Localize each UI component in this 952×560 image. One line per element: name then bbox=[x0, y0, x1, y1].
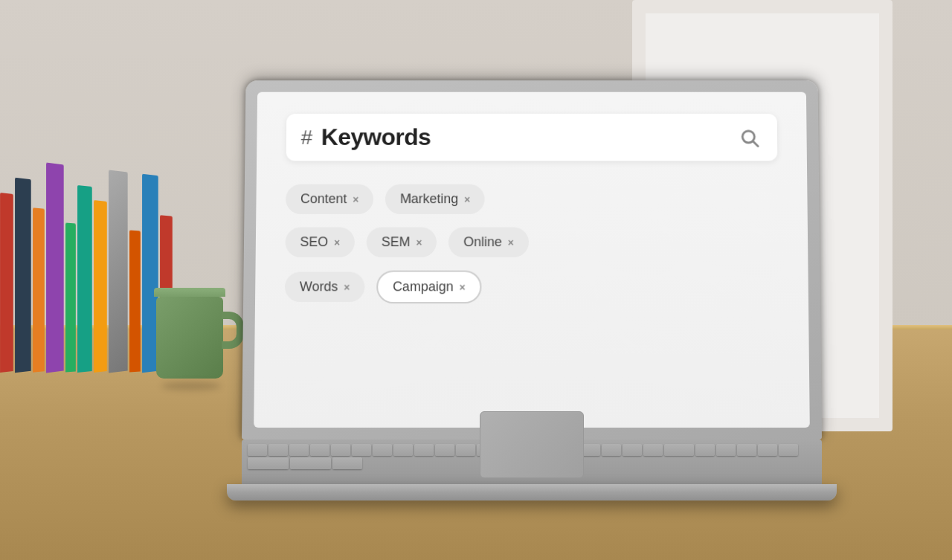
laptop-lid: # Keywords bbox=[242, 80, 822, 440]
search-bar[interactable]: # Keywords bbox=[286, 114, 778, 161]
book bbox=[15, 178, 31, 373]
key bbox=[758, 444, 777, 456]
tag-seo-label: SEO bbox=[300, 234, 328, 250]
tag-campaign[interactable]: Campaign × bbox=[376, 271, 482, 303]
tag-content[interactable]: Content × bbox=[286, 184, 373, 214]
tag-seo-close[interactable]: × bbox=[334, 236, 340, 248]
key-spacebar bbox=[248, 457, 289, 469]
tag-words[interactable]: Words × bbox=[285, 272, 365, 302]
hash-symbol: # bbox=[301, 127, 313, 147]
key bbox=[352, 444, 371, 456]
scene-background: # Keywords bbox=[0, 0, 952, 560]
key bbox=[456, 444, 475, 456]
key bbox=[310, 444, 329, 456]
laptop-base bbox=[227, 484, 837, 501]
book bbox=[129, 230, 141, 372]
key bbox=[737, 444, 756, 456]
tag-sem-close[interactable]: × bbox=[416, 236, 422, 248]
book bbox=[0, 193, 13, 373]
key bbox=[393, 444, 413, 456]
key bbox=[716, 444, 736, 456]
key bbox=[779, 444, 798, 456]
book bbox=[94, 200, 107, 373]
tags-area: Content × Marketing × SEO bbox=[285, 177, 779, 311]
laptop-screen-wrapper: # Keywords bbox=[242, 80, 822, 440]
laptop-screen: # Keywords bbox=[254, 92, 810, 428]
search-input-text[interactable]: Keywords bbox=[321, 124, 727, 151]
tag-online-label: Online bbox=[463, 234, 502, 250]
svg-line-1 bbox=[753, 141, 758, 146]
tag-seo[interactable]: SEO × bbox=[285, 228, 355, 257]
tags-row-2: SEO × SEM × Online × bbox=[285, 228, 778, 257]
tag-campaign-label: Campaign bbox=[393, 279, 454, 295]
book bbox=[65, 222, 76, 372]
key bbox=[695, 444, 715, 456]
key bbox=[414, 444, 434, 456]
tag-marketing[interactable]: Marketing × bbox=[385, 184, 485, 214]
laptop: # Keywords bbox=[208, 75, 855, 501]
tag-marketing-label: Marketing bbox=[400, 191, 458, 207]
book bbox=[77, 185, 92, 373]
key bbox=[373, 444, 392, 456]
key bbox=[602, 444, 621, 456]
book bbox=[109, 170, 128, 373]
key bbox=[268, 444, 288, 456]
search-icon[interactable] bbox=[736, 124, 763, 150]
tag-online[interactable]: Online × bbox=[448, 228, 528, 257]
key-spacebar2 bbox=[290, 457, 331, 469]
tag-sem[interactable]: SEM × bbox=[367, 228, 437, 257]
tags-row-1: Content × Marketing × bbox=[286, 184, 778, 214]
key bbox=[289, 444, 309, 456]
key bbox=[248, 444, 267, 456]
tags-row-3: Words × Campaign × bbox=[285, 271, 779, 303]
tag-content-close[interactable]: × bbox=[353, 193, 358, 205]
tag-campaign-close[interactable]: × bbox=[459, 281, 465, 293]
key-wide2 bbox=[332, 457, 362, 469]
tag-marketing-close[interactable]: × bbox=[464, 193, 470, 205]
key-wide bbox=[664, 444, 694, 456]
laptop-touchpad[interactable] bbox=[480, 411, 584, 478]
book bbox=[46, 163, 64, 373]
key bbox=[643, 444, 663, 456]
tag-words-label: Words bbox=[300, 279, 338, 295]
tag-online-close[interactable]: × bbox=[508, 236, 514, 248]
key bbox=[331, 444, 350, 456]
key bbox=[435, 444, 454, 456]
key bbox=[623, 444, 642, 456]
tag-content-label: Content bbox=[300, 191, 347, 207]
tag-words-close[interactable]: × bbox=[344, 281, 350, 293]
book bbox=[33, 207, 45, 373]
tag-sem-label: SEM bbox=[382, 234, 411, 250]
